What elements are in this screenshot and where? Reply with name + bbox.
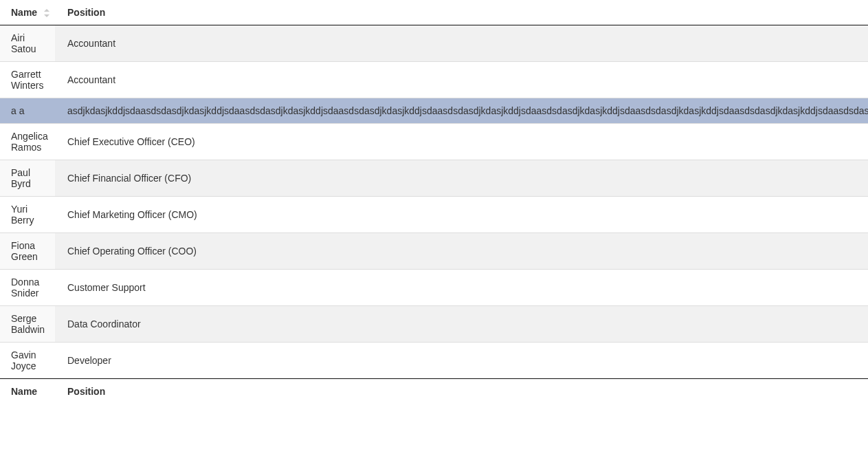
table-body: Airi SatouAccountantGarrett WintersAccou… <box>0 25 868 379</box>
cell-name: a a <box>0 98 55 124</box>
column-header-name-label: Name <box>11 7 37 18</box>
table-row[interactable]: Paul ByrdChief Financial Officer (CFO) <box>0 160 868 197</box>
cell-position: Developer <box>55 343 868 379</box>
table-row[interactable]: a aasdjkdasjkddjsdaasdsdasdjkdasjkddjsda… <box>0 98 868 124</box>
cell-position: Chief Marketing Officer (CMO) <box>55 197 868 233</box>
cell-name: Fiona Green <box>0 233 55 270</box>
table-row[interactable]: Yuri BerryChief Marketing Officer (CMO) <box>0 197 868 233</box>
table-row[interactable]: Garrett WintersAccountant <box>0 62 868 98</box>
table-footer-row: Name Position <box>0 379 868 404</box>
cell-position: asdjkdasjkddjsdaasdsdasdjkdasjkddjsdaasd… <box>55 98 868 124</box>
cell-name: Serge Baldwin <box>0 306 55 343</box>
cell-position: Chief Financial Officer (CFO) <box>55 160 868 197</box>
cell-position: Accountant <box>55 62 868 98</box>
cell-position: Data Coordinator <box>55 306 868 343</box>
cell-name: Yuri Berry <box>0 197 55 233</box>
cell-position: Accountant <box>55 25 868 62</box>
data-table: Name Position Airi SatouAccountantGarret… <box>0 0 868 404</box>
table-header-row: Name Position <box>0 0 868 25</box>
table-row[interactable]: Gavin JoyceDeveloper <box>0 343 868 379</box>
table-row[interactable]: Serge BaldwinData Coordinator <box>0 306 868 343</box>
cell-position: Customer Support <box>55 270 868 306</box>
cell-name: Paul Byrd <box>0 160 55 197</box>
cell-name: Gavin Joyce <box>0 343 55 379</box>
column-header-position[interactable]: Position <box>55 0 868 25</box>
column-footer-name: Name <box>0 379 55 404</box>
table-row[interactable]: Airi SatouAccountant <box>0 25 868 62</box>
cell-position: Chief Executive Officer (CEO) <box>55 124 868 160</box>
column-header-position-label: Position <box>67 7 105 18</box>
cell-name: Angelica Ramos <box>0 124 55 160</box>
cell-name: Airi Satou <box>0 25 55 62</box>
column-footer-position-label: Position <box>67 386 105 397</box>
cell-name: Garrett Winters <box>0 62 55 98</box>
column-footer-name-label: Name <box>11 386 37 397</box>
column-header-name[interactable]: Name <box>0 0 55 25</box>
cell-name: Donna Snider <box>0 270 55 306</box>
table-row[interactable]: Fiona GreenChief Operating Officer (COO) <box>0 233 868 270</box>
table-row[interactable]: Angelica RamosChief Executive Officer (C… <box>0 124 868 160</box>
sort-icon <box>44 9 49 17</box>
cell-position: Chief Operating Officer (COO) <box>55 233 868 270</box>
column-footer-position: Position <box>55 379 868 404</box>
table-row[interactable]: Donna SniderCustomer Support <box>0 270 868 306</box>
